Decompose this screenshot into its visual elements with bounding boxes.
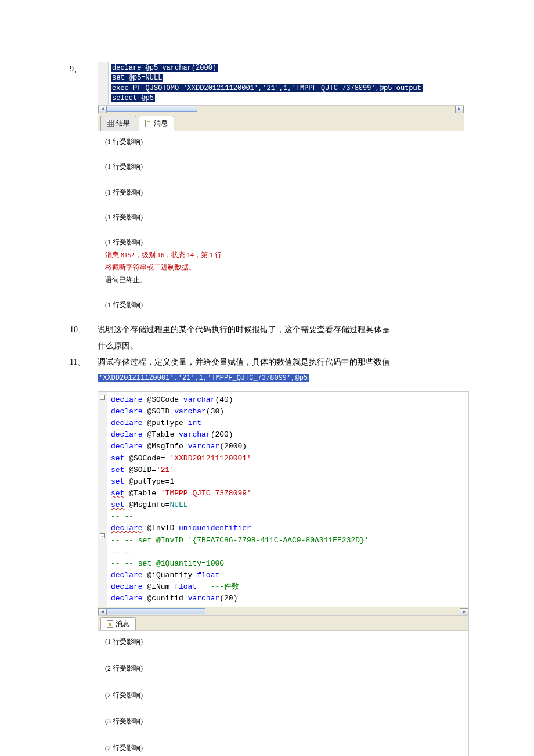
collapse-icon[interactable]: – bbox=[100, 395, 105, 400]
code-line: exec PF_QJSOTOMO 'XXDD201211120001','21'… bbox=[111, 84, 423, 92]
horizontal-scrollbar-2[interactable]: ◄ ► bbox=[98, 607, 469, 616]
sql-editor-2[interactable]: – declare @SOCode varchar(40) declare @S… bbox=[98, 391, 469, 608]
message-line: (1 行受影响) bbox=[105, 299, 457, 312]
messages-pane-2[interactable]: (1 行受影响) (2 行受影响) (2 行受影响) (3 行受影响) (2 行… bbox=[98, 631, 469, 756]
message-line: (2 行受影响) bbox=[105, 662, 461, 675]
message-line: (1 行受影响) bbox=[105, 211, 457, 224]
message-line: (2 行受影响) bbox=[105, 741, 461, 755]
tab-results-label: 结果 bbox=[116, 117, 130, 130]
tab-messages[interactable]: 消息 bbox=[139, 116, 174, 131]
scroll-right-icon[interactable]: ► bbox=[460, 608, 468, 615]
collapse-icon[interactable]: – bbox=[100, 533, 105, 538]
code-line: declare @p5 varchar(2000) bbox=[111, 64, 218, 72]
messages-pane-1[interactable]: (1 行受影响) (1 行受影响) (1 行受影响) (1 行受影响) (1 行… bbox=[98, 131, 464, 316]
page-icon bbox=[145, 120, 151, 127]
list-number-11: 11、 bbox=[70, 355, 98, 369]
tab-results[interactable]: 结果 bbox=[100, 116, 136, 131]
tab-messages-2[interactable]: 消息 bbox=[100, 617, 136, 630]
error-line: 消息 8152，级别 16，状态 14，第 1 行 bbox=[105, 249, 457, 262]
message-line: (2 行受影响) bbox=[105, 689, 461, 702]
item-10-text-a: 说明这个存储过程里的某个代码执行的时候报错了，这个需要查看存储过程具体是 bbox=[98, 322, 464, 337]
params-highlight: 'XXDD201211120001','21',1,'TMPPF_QJTC_73… bbox=[98, 374, 309, 382]
scroll-thumb[interactable] bbox=[107, 106, 197, 112]
tab-messages-label: 消息 bbox=[154, 117, 168, 130]
list-number-9: 9、 bbox=[70, 62, 98, 76]
tab-messages-label-2: 消息 bbox=[116, 619, 129, 629]
list-number-10: 10、 bbox=[70, 322, 98, 337]
scroll-right-icon[interactable]: ► bbox=[455, 106, 464, 113]
sql-editor-1[interactable]: declare @p5 varchar(2000) set @p5=NULL e… bbox=[98, 62, 464, 106]
page-icon bbox=[107, 620, 113, 628]
error-line: 将截断字符串或二进制数据。 bbox=[105, 261, 457, 274]
message-line: (3 行受影响) bbox=[105, 715, 461, 728]
scroll-left-icon[interactable]: ◄ bbox=[98, 608, 107, 615]
results-tabs: 结果 消息 bbox=[98, 114, 464, 132]
message-line: (1 行受影响) bbox=[105, 136, 457, 149]
grid-icon bbox=[107, 120, 114, 127]
item-10-text-b: 什么原因。 bbox=[98, 341, 464, 351]
scroll-thumb[interactable] bbox=[107, 608, 205, 614]
message-line: (1 行受影响) bbox=[105, 161, 457, 174]
message-line: (1 行受影响) bbox=[105, 186, 457, 199]
message-line: (1 行受影响) bbox=[105, 635, 461, 649]
message-line: (1 行受影响) bbox=[105, 236, 457, 249]
code-line: set @p5=NULL bbox=[111, 74, 163, 82]
item-11-text: 调试存储过程，定义变量，并给变量赋值，具体的数值就是执行代码中的那些数值 bbox=[98, 355, 464, 369]
code-line: select @p5 bbox=[111, 94, 155, 102]
horizontal-scrollbar[interactable]: ◄ ► bbox=[98, 106, 464, 114]
scroll-left-icon[interactable]: ◄ bbox=[98, 106, 107, 113]
results-tabs-2: 消息 bbox=[98, 616, 469, 631]
message-line: 语句已终止。 bbox=[105, 274, 457, 287]
